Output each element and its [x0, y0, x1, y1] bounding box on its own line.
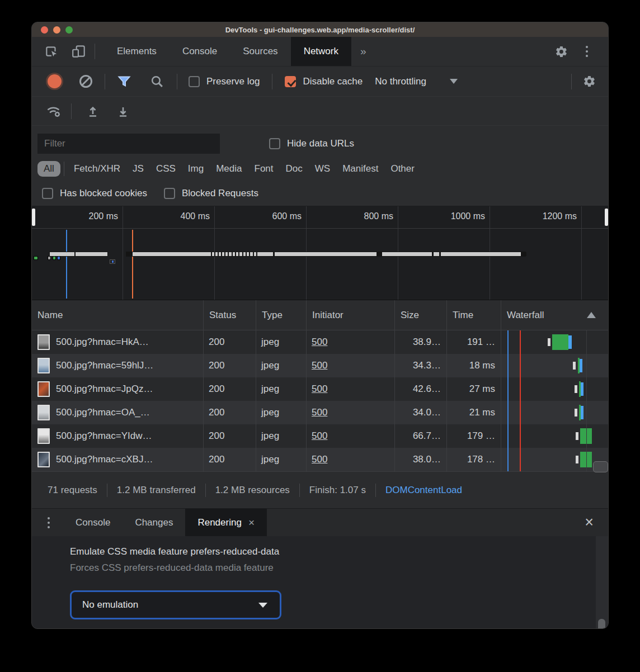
- filter-toggle-button[interactable]: [113, 72, 135, 92]
- column-header-status[interactable]: Status: [204, 300, 256, 330]
- waterfall-cell: [501, 330, 608, 354]
- chevron-down-icon: [450, 79, 458, 84]
- devtools-window: DevTools - gui-challenges.web.app/media-…: [31, 22, 609, 629]
- minimize-window-button[interactable]: [53, 26, 60, 34]
- emulation-select[interactable]: No emulation: [70, 590, 281, 619]
- waterfall-cell: [501, 448, 608, 471]
- tab-console[interactable]: Console: [170, 37, 230, 66]
- filter-input[interactable]: [37, 134, 220, 154]
- divider: [571, 74, 572, 89]
- close-window-button[interactable]: [41, 26, 48, 34]
- more-tabs-icon[interactable]: »: [351, 37, 375, 66]
- drawer-scrollbar-thumb[interactable]: [598, 619, 605, 629]
- filter-pill-ws[interactable]: WS: [309, 161, 336, 177]
- waterfall-cell: [501, 354, 608, 377]
- filter-pill-media[interactable]: Media: [210, 161, 248, 177]
- filter-pill-font[interactable]: Font: [248, 161, 280, 177]
- rendering-panel: Emulate CSS media feature prefers-reduce…: [32, 536, 608, 629]
- filter-pill-all[interactable]: All: [37, 161, 60, 177]
- finish-time: Finish: 1.07 s: [309, 485, 366, 496]
- tab-network[interactable]: Network: [291, 37, 351, 66]
- timeline-tick-band: 200 ms 400 ms 600 ms 800 ms 1000 ms 1200…: [32, 206, 608, 229]
- main-menu-kebab-icon[interactable]: [586, 46, 588, 57]
- network-overview-timeline[interactable]: 200 ms 400 ms 600 ms 800 ms 1000 ms 1200…: [32, 206, 608, 300]
- initiator-link[interactable]: 500: [312, 360, 327, 371]
- column-header-time[interactable]: Time: [447, 300, 501, 330]
- table-row[interactable]: 500.jpg?hmac=HkA… 200 jpeg 500 38.9… 191…: [32, 330, 608, 354]
- filter-pill-fetch-xhr[interactable]: Fetch/XHR: [68, 161, 126, 177]
- column-header-waterfall[interactable]: Waterfall: [501, 300, 608, 330]
- overview-bar: [48, 256, 51, 260]
- inspect-element-icon[interactable]: [44, 44, 59, 59]
- wifi-gear-icon: [46, 104, 62, 119]
- initiator-link[interactable]: 500: [312, 407, 327, 418]
- tick-label: 1000 ms: [418, 211, 485, 221]
- record-icon: [48, 74, 62, 88]
- drawer-tab-console[interactable]: Console: [63, 509, 123, 536]
- preserve-log-checkbox[interactable]: [189, 76, 200, 87]
- divider: [299, 484, 300, 497]
- table-row[interactable]: 500.jpg?hmac=cXBJ… 200 jpeg 500 38.0… 17…: [32, 448, 608, 471]
- blocked-requests-label: Blocked Requests: [182, 188, 258, 199]
- column-header-name[interactable]: Name: [32, 300, 204, 330]
- table-row[interactable]: 500.jpg?hmac=JpQz… 200 jpeg 500 42.6… 27…: [32, 377, 608, 401]
- chevron-down-icon: [258, 603, 267, 608]
- table-row[interactable]: 500.jpg?hmac=OA_… 200 jpeg 500 34.0… 21 …: [32, 401, 608, 424]
- import-har-button[interactable]: [82, 101, 104, 121]
- overview-right-handle[interactable]: [605, 209, 608, 226]
- export-har-button[interactable]: [112, 101, 134, 121]
- drawer-scrollbar-track[interactable]: [596, 536, 608, 629]
- filter-pill-manifest[interactable]: Manifest: [336, 161, 384, 177]
- table-row[interactable]: 500.jpg?hmac=YIdw… 200 jpeg 500 66.7… 17…: [32, 424, 608, 448]
- hide-data-urls-checkbox[interactable]: [269, 138, 280, 149]
- close-tab-icon[interactable]: ×: [248, 517, 255, 528]
- has-blocked-cookies-checkbox[interactable]: [42, 188, 53, 199]
- blocked-requests-checkbox[interactable]: [164, 188, 175, 199]
- close-drawer-icon[interactable]: ×: [585, 509, 608, 536]
- arrow-down-icon: [116, 104, 130, 119]
- sort-ascending-icon: [587, 312, 596, 318]
- initiator-link[interactable]: 500: [312, 430, 327, 442]
- initiator-link[interactable]: 500: [312, 454, 327, 465]
- disable-cache-checkbox[interactable]: [285, 76, 296, 87]
- table-row[interactable]: 500.jpg?hmac=59hlJ… 200 jpeg 500 34.3… 1…: [32, 354, 608, 377]
- waterfall-cell: [501, 377, 608, 401]
- overview-left-handle[interactable]: [32, 209, 35, 226]
- network-settings-gear-icon[interactable]: [583, 75, 596, 88]
- filter-pill-img[interactable]: Img: [182, 161, 210, 177]
- column-header-type[interactable]: Type: [256, 300, 307, 330]
- clear-network-log-button[interactable]: [74, 72, 97, 92]
- search-button[interactable]: [145, 72, 168, 92]
- divider: [205, 484, 206, 497]
- waterfall-cell: [501, 401, 608, 424]
- table-scrollbar-thumb[interactable]: [593, 461, 608, 472]
- tab-sources[interactable]: Sources: [230, 37, 290, 66]
- filter-pill-js[interactable]: JS: [126, 161, 150, 177]
- filter-pill-other[interactable]: Other: [384, 161, 421, 177]
- record-network-log-button[interactable]: [43, 72, 65, 92]
- table-header: Name Status Type Initiator Size Time Wat…: [32, 300, 608, 330]
- filter-pill-css[interactable]: CSS: [150, 161, 182, 177]
- device-toolbar-icon[interactable]: [71, 44, 87, 59]
- drawer-tab-changes[interactable]: Changes: [123, 509, 185, 536]
- network-conditions-button[interactable]: [43, 101, 65, 121]
- drawer-menu-kebab-icon[interactable]: [48, 517, 50, 528]
- initiator-link[interactable]: 500: [312, 384, 327, 395]
- drawer-tab-bar: Console Changes Rendering × ×: [32, 508, 608, 536]
- tick-label: 600 ms: [234, 211, 302, 221]
- tab-elements[interactable]: Elements: [104, 37, 170, 66]
- filter-pill-doc[interactable]: Doc: [280, 161, 309, 177]
- filter-section: Hide data URLs All Fetch/XHR JS CSS Img …: [32, 126, 608, 206]
- main-tab-bar: Elements Console Sources Network »: [32, 37, 608, 67]
- zoom-window-button[interactable]: [65, 26, 73, 34]
- throttling-select[interactable]: No throttling: [375, 76, 458, 87]
- column-header-initiator[interactable]: Initiator: [307, 300, 395, 330]
- settings-gear-icon[interactable]: [555, 45, 568, 58]
- dom-content-loaded-time: DOMContentLoad: [385, 485, 462, 496]
- requests-count: 71 requests: [48, 485, 97, 496]
- divider: [177, 74, 177, 89]
- column-header-size[interactable]: Size: [395, 300, 447, 330]
- clear-icon: [79, 75, 92, 88]
- initiator-link[interactable]: 500: [312, 337, 327, 348]
- drawer-tab-rendering[interactable]: Rendering ×: [185, 509, 267, 536]
